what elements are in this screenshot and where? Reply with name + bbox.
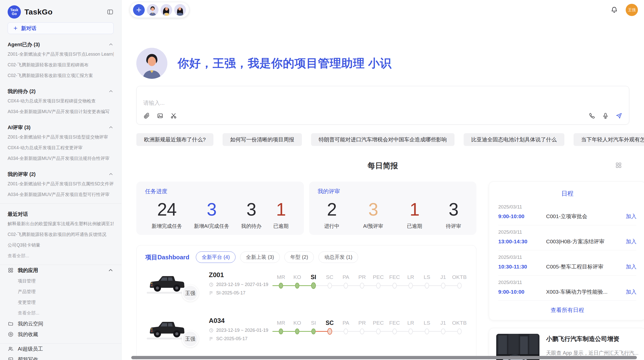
sidebar-item-tool-0[interactable]: AI超级员工 (8, 343, 114, 354)
join-meeting-link[interactable]: 加入 (626, 288, 636, 295)
collapse-sidebar-icon[interactable] (107, 8, 114, 16)
milestone-label-LR: LR (403, 273, 419, 281)
app-link-0[interactable]: 项目管理 (8, 276, 114, 286)
bell-icon[interactable] (610, 6, 618, 14)
dashboard-filter-0[interactable]: 全新平台 (4) (196, 251, 236, 263)
recent-chat-item[interactable]: C02-飞腾新能源轻客改款项目的闭环通告反馈情况 (8, 229, 114, 240)
recent-chats-list: 解释最新出台的欧盟报废车法规再生塑料比例被调至15%...C02-飞腾新能源轻客… (8, 218, 114, 250)
recent-chat-item[interactable]: 公司Q3轻卡销量 (8, 240, 114, 250)
project-milestone-date: SC-2025-05-17 (209, 336, 273, 341)
stat: 1 已逾期 (407, 199, 422, 230)
chevron-up-icon (108, 267, 114, 273)
sidebar-section-label: 我的评审 (2) (8, 171, 36, 178)
sidebar-item[interactable]: Z001-全新燃油轻卡产品开发项目SI节点属性5D文件评审 (8, 178, 114, 189)
sidebar-item[interactable]: A034-全新新能源MUV产品开发项目法规符合性评审 (8, 153, 114, 164)
schedule-item-1[interactable]: 2025/03/11 13:00-14:30 C003|H0B-方案冻结评审 加… (498, 225, 636, 250)
milestone-dot-LS (425, 328, 429, 334)
dashboard-filter-3[interactable]: 动总开发 (1) (318, 251, 358, 263)
sidebar-item-my-apps[interactable]: 我的应用 (8, 265, 114, 276)
scissors-icon[interactable] (170, 112, 177, 119)
view-all-chats-link[interactable]: 查看全部... (8, 250, 114, 261)
add-member-button[interactable] (133, 4, 145, 16)
suggestion-chip-4[interactable]: 当下年轻人对汽车外观有怎样的喜好趋势 (574, 133, 644, 146)
sidebar-item-label: 帮我写作 (18, 356, 38, 360)
chat-composer[interactable] (136, 86, 629, 125)
member-avatar[interactable] (174, 4, 186, 16)
project-info: A034 2023-12-19 ~ 2026-01-19 SC-2025-05-… (209, 316, 273, 341)
timeline-done-segment (272, 285, 314, 286)
schedule-title: 日程 (498, 189, 636, 198)
chat-input[interactable] (143, 100, 622, 106)
app-link-1[interactable]: 产品管理 (8, 286, 114, 297)
dashboard-filter-1[interactable]: 全新上装 (3) (240, 251, 280, 263)
hero: 你好，王强，我是你的项目管理助理 小识 (136, 48, 629, 79)
sidebar-item[interactable]: Z001-全新燃油皮卡产品开发项目SI节点Lesson Learn报告 (8, 49, 114, 59)
paperclip-icon[interactable] (143, 112, 150, 119)
app-link-3[interactable]: 查看全部... (8, 308, 114, 318)
member-pill (130, 2, 189, 18)
suggestion-chip-1[interactable]: 如何写一份清晰的项目周报 (223, 133, 302, 146)
join-meeting-link[interactable]: 加入 (626, 213, 636, 220)
sidebar-item[interactable]: A034-全新新能源MUV产品开发项目计划变更表编写 (8, 106, 114, 117)
phone-icon[interactable] (589, 112, 595, 119)
new-chat-button[interactable]: 新对话 (8, 22, 114, 34)
layout-grid-icon[interactable] (615, 162, 622, 169)
sidebar-item-link-0[interactable]: 我的云空间 (8, 318, 114, 329)
milestone-label-PA: PA (338, 273, 354, 281)
stat-label: 新增AI完成任务 (194, 223, 229, 230)
news-title: 小鹏飞行汽车制造公司增资 (546, 335, 638, 343)
sidebar-section-header-2[interactable]: AI评审 (3) (8, 123, 114, 132)
milestone-label-J1: J1 (435, 273, 451, 281)
member-avatar[interactable] (160, 4, 172, 16)
suggestion-chip-2[interactable]: 特朗普可能对进口汽车增税会对中国车企造成哪些影响 (311, 133, 455, 146)
dashboard-filter-2[interactable]: 年型 (2) (284, 251, 314, 263)
briefing-title: 每日简报 (136, 161, 629, 171)
milestone-dot-J1 (441, 328, 445, 334)
member-avatar[interactable] (147, 4, 158, 16)
milestone-label-KO: KO (289, 273, 305, 281)
news-card[interactable]: 小鹏飞行汽车制造公司增资 天眼查 App 显示，近日广州汇天飞行汽... (489, 328, 644, 360)
sidebar-item-link-1[interactable]: 我的收藏 (8, 329, 114, 340)
milestone-label-SC: SC (321, 273, 338, 281)
sidebar-section-header-0[interactable]: Agent已办 (3) (8, 40, 114, 49)
sidebar-item[interactable]: C02-飞腾新能源轻客改款项目立项汇报方案 (8, 70, 114, 81)
app-logo-line2: Go (12, 12, 17, 16)
sidebar-item[interactable]: C0X4-动力总成开发项目SI里程碑提交物检查 (8, 96, 114, 106)
recent-chat-item[interactable]: 解释最新出台的欧盟报废车法规再生塑料比例被调至15%... (8, 218, 114, 229)
schedule-item-3[interactable]: 2025/03/11 9:00-10:00 X003-车辆动力学性能验... 加… (498, 276, 636, 301)
milestone-dot-J1 (441, 283, 445, 289)
join-meeting-link[interactable]: 加入 (626, 238, 636, 245)
milestone-dot-SC (328, 283, 332, 289)
schedule-date: 2025/03/11 (498, 204, 636, 210)
milestone-dot-LS (425, 283, 429, 289)
project-row-A034[interactable]: 王强 A034 2023-12-19 ~ 2026-01-19 SC-2025-… (145, 316, 467, 350)
schedule-item-0[interactable]: 2025/03/11 9:00-10:00 C001-立项审批会 加入 (498, 200, 636, 225)
sidebar-section-header-3[interactable]: 我的评审 (2) (8, 170, 114, 178)
news-snippet: 天眼查 App 显示，近日广州汇天飞行汽... (546, 350, 638, 356)
sidebar-item[interactable]: A034-全新新能源MUV产品开发项目造型可行性评审 (8, 189, 114, 200)
milestone-label-PEC: PEC (370, 273, 387, 281)
project-row-Z001[interactable]: 王强 Z001 2023-12-19 ~ 2027-01-19 SI-2025-… (145, 271, 467, 305)
image-icon[interactable] (157, 112, 164, 119)
sidebar-section-label: AI评审 (3) (8, 124, 31, 131)
sidebar-item[interactable]: C02-飞腾新能源轻客改款项目里程碑画布 (8, 59, 114, 70)
suggestion-chip-0[interactable]: 欧洲新规最近颁布了什么? (136, 133, 213, 146)
suggestion-chip-3[interactable]: 比亚迪全固态电池计划具体说了什么 (464, 133, 564, 146)
app-link-2[interactable]: 变更管理 (8, 297, 114, 308)
schedule-name: X003-车辆动力学性能验... (546, 288, 622, 295)
sidebar-item[interactable]: Z001-全新燃油轻卡产品开发项目SI造型提交物评审 (8, 132, 114, 142)
main-area: 王强 你好，王强，我是你的项目管理助理 小识 欧洲新规最近颁布了什么?如何写一份… (122, 0, 644, 360)
milestone-label-PR: PR (354, 273, 370, 281)
mic-icon[interactable] (602, 112, 609, 119)
sidebar-item-tool-1[interactable]: 帮我写作 (8, 354, 114, 360)
milestone-timeline: MRKOSISCPAPRPECFECLRLSJ1OKTB (273, 319, 467, 335)
join-meeting-link[interactable]: 加入 (626, 263, 636, 270)
sidebar-item[interactable]: C0X4-动力总成开发项目工程变更评审 (8, 142, 114, 153)
view-all-schedule-link[interactable]: 查看所有日程 (498, 301, 636, 318)
schedule-item-2[interactable]: 2025/03/11 10:30-11:30 C005-整车工程目标评审 加入 (498, 250, 636, 276)
user-avatar[interactable]: 王强 (626, 4, 638, 16)
send-icon[interactable] (616, 112, 622, 119)
milestone-dot-SI (311, 282, 316, 289)
horizontal-scrollbar[interactable] (131, 356, 637, 359)
sidebar-section-header-1[interactable]: 我的待办 (2) (8, 87, 114, 96)
